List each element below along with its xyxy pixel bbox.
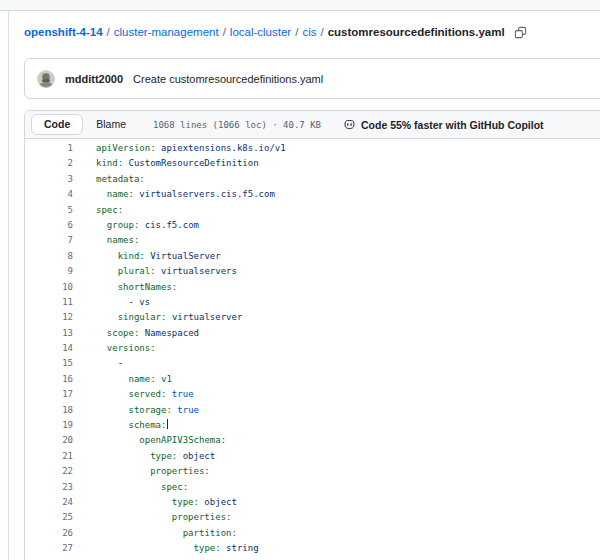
code-line: 15 -	[25, 356, 600, 371]
line-number[interactable]: 14	[25, 341, 73, 356]
code-line-content: type: object	[73, 495, 237, 510]
line-number[interactable]: 20	[25, 433, 73, 448]
code-line: 1apiVersion: apiextensions.k8s.io/v1	[25, 141, 600, 156]
copy-icon	[514, 26, 527, 39]
copilot-banner[interactable]: Code 55% faster with GitHub Copilot	[343, 118, 544, 131]
code-line: 23 spec:	[25, 480, 600, 495]
copy-path-button[interactable]	[513, 25, 528, 40]
file-info: 1068 lines (1066 loc) · 40.7 KB	[153, 120, 321, 130]
line-number[interactable]: 5	[25, 203, 73, 218]
line-number[interactable]: 17	[25, 387, 73, 402]
code-line: 19 schema:	[25, 418, 600, 433]
code-line-content: scope: Namespaced	[73, 326, 199, 341]
breadcrumb-separator: /	[295, 26, 298, 38]
code-line: 3metadata:	[25, 172, 600, 187]
line-number[interactable]: 26	[25, 526, 73, 541]
code-line: 22 properties:	[25, 464, 600, 479]
code-panel: Code Blame 1068 lines (1066 loc) · 40.7 …	[24, 110, 600, 560]
line-number[interactable]: 24	[25, 495, 73, 510]
breadcrumb-repo-link[interactable]: openshift-4-14	[24, 26, 103, 38]
code-line-content: versions:	[73, 341, 156, 356]
code-line: 26 partition:	[25, 526, 600, 541]
line-number[interactable]: 22	[25, 464, 73, 479]
breadcrumb: openshift-4-14 / cluster-management / lo…	[24, 24, 528, 40]
line-number[interactable]: 7	[25, 233, 73, 248]
code-line: 13 scope: Namespaced	[25, 326, 600, 341]
code-line: 24 type: object	[25, 495, 600, 510]
code-line: 9 plural: virtualservers	[25, 264, 600, 279]
code-blame-switcher: Code Blame	[31, 114, 139, 135]
code-line: 25 properties:	[25, 510, 600, 525]
line-number[interactable]: 10	[25, 280, 73, 295]
code-line-content: - vs	[73, 295, 150, 310]
code-line-content: group: cis.f5.com	[73, 218, 199, 233]
breadcrumb-separator: /	[107, 26, 110, 38]
code-line-content: schema:	[73, 418, 168, 433]
code-line-content: type: object	[73, 449, 215, 464]
line-number[interactable]: 9	[25, 264, 73, 279]
text-cursor	[167, 419, 169, 429]
line-number[interactable]: 11	[25, 295, 73, 310]
line-number[interactable]: 16	[25, 372, 73, 387]
avatar[interactable]	[37, 70, 55, 88]
code-line-content: name: virtualservers.cis.f5.com	[73, 187, 275, 202]
line-number[interactable]: 12	[25, 310, 73, 325]
file-view: openshift-4-14 / cluster-management / lo…	[24, 0, 600, 560]
line-number[interactable]: 3	[25, 172, 73, 187]
code-line-content: plural: virtualservers	[73, 264, 237, 279]
line-number[interactable]: 6	[25, 218, 73, 233]
code-line-content: kind: CustomResourceDefinition	[73, 156, 259, 171]
code-line: 21 type: object	[25, 449, 600, 464]
code-line: 10 shortNames:	[25, 280, 600, 295]
copilot-banner-text: Code 55% faster with GitHub Copilot	[361, 119, 544, 131]
line-number[interactable]: 23	[25, 480, 73, 495]
code-line: 8 kind: VirtualServer	[25, 249, 600, 264]
breadcrumb-path-link[interactable]: local-cluster	[230, 26, 291, 38]
code-line-content: served: true	[73, 387, 194, 402]
tab-code[interactable]: Code	[31, 114, 83, 135]
code-line-content: kind: VirtualServer	[73, 249, 221, 264]
code-line-content: properties:	[73, 464, 210, 479]
line-number[interactable]: 19	[25, 418, 73, 433]
line-number[interactable]: 1	[25, 141, 73, 156]
copilot-icon	[343, 118, 356, 131]
code-line-content: partition:	[73, 526, 237, 541]
line-number[interactable]: 25	[25, 510, 73, 525]
line-number[interactable]: 13	[25, 326, 73, 341]
latest-commit-bar: mdditt2000 Create customresourcedefiniti…	[24, 58, 600, 99]
code-line: 17 served: true	[25, 387, 600, 402]
code-line-content: properties:	[73, 510, 231, 525]
code-line-content: spec:	[73, 203, 123, 218]
line-number[interactable]: 8	[25, 249, 73, 264]
line-number[interactable]: 18	[25, 403, 73, 418]
code-line-content: names:	[73, 233, 139, 248]
code-line: 12 singular: virtualserver	[25, 310, 600, 325]
code-line: 5spec:	[25, 203, 600, 218]
line-number[interactable]: 15	[25, 356, 73, 371]
code-line-content: metadata:	[73, 172, 145, 187]
tab-blame[interactable]: Blame	[83, 114, 139, 135]
commit-message-link[interactable]: Create customresourcedefinitions.yaml	[133, 73, 323, 85]
line-number[interactable]: 4	[25, 187, 73, 202]
breadcrumb-separator: /	[223, 26, 226, 38]
line-number[interactable]: 27	[25, 541, 73, 556]
code-line-content: -	[73, 356, 123, 371]
code-line: 14 versions:	[25, 341, 600, 356]
code-line: 16 name: v1	[25, 372, 600, 387]
code-line: 18 storage: true	[25, 403, 600, 418]
code-line: 2kind: CustomResourceDefinition	[25, 156, 600, 171]
breadcrumb-path-link[interactable]: cis	[302, 26, 316, 38]
code-line-content: storage: true	[73, 403, 199, 418]
line-number[interactable]: 21	[25, 449, 73, 464]
breadcrumb-file-name: customresourcedefinitions.yaml	[328, 26, 505, 38]
code-line: 11 - vs	[25, 295, 600, 310]
code-line: 4 name: virtualservers.cis.f5.com	[25, 187, 600, 202]
code-line: 6 group: cis.f5.com	[25, 218, 600, 233]
line-number[interactable]: 2	[25, 156, 73, 171]
breadcrumb-path-link[interactable]: cluster-management	[114, 26, 219, 38]
code-line-content: shortNames:	[73, 280, 177, 295]
commit-author-link[interactable]: mdditt2000	[65, 73, 123, 85]
code-line-content: type: string	[73, 541, 259, 556]
file-tree-pane-divider[interactable]	[8, 11, 9, 560]
code-lines: 1apiVersion: apiextensions.k8s.io/v12kin…	[25, 139, 600, 557]
